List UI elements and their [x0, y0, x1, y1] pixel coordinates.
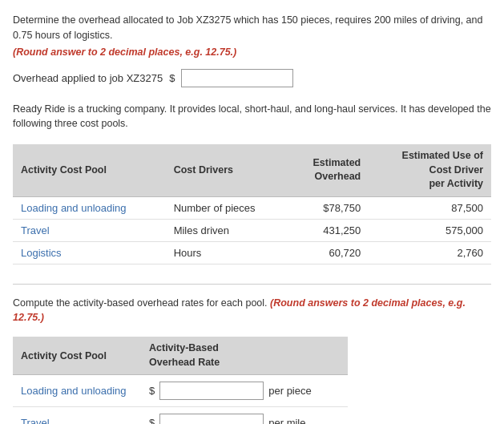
per-label: per piece — [268, 385, 311, 397]
overhead-label: Overhead applied to job XZ3275 — [13, 72, 163, 84]
ab-table: Activity Cost Pool Activity-Based Overhe… — [13, 337, 348, 424]
compute-text: Compute the activity-based overhead rate… — [13, 296, 491, 326]
table-row: Travel Miles driven 431,250 575,000 — [13, 219, 491, 241]
overhead-cell: 60,720 — [288, 241, 369, 264]
driver-cell: Hours — [166, 241, 288, 264]
overhead-cell: $78,750 — [288, 196, 369, 219]
activity-cell: Travel — [13, 219, 166, 241]
ab-table-row: Travel $ per mile — [13, 407, 348, 425]
driver-cell: Number of pieces — [166, 196, 288, 219]
ab-col-header-activity: Activity Cost Pool — [13, 337, 141, 375]
ab-rate-cell: $ per piece — [141, 375, 348, 407]
table-row: Loading and unloading Number of pieces $… — [13, 196, 491, 219]
ab-col-header-rate: Activity-Based Overhead Rate — [141, 337, 348, 375]
est-use-cell: 2,760 — [369, 241, 491, 264]
ab-table-row: Loading and unloading $ per piece — [13, 375, 348, 407]
ab-rate-input[interactable] — [159, 382, 264, 400]
ab-rate-input[interactable] — [159, 414, 264, 424]
overhead-cell: 431,250 — [288, 219, 369, 241]
col-header-est-use: Estimated Use of Cost Driver per Activit… — [369, 144, 491, 196]
dollar-sign-overhead: $ — [169, 72, 175, 84]
ab-rate-cell: $ per mile — [141, 407, 348, 425]
col-header-overhead: Estimated Overhead — [288, 144, 369, 196]
driver-cell: Miles driven — [166, 219, 288, 241]
round-note-1: (Round answer to 2 decimal places, e.g. … — [13, 46, 491, 58]
col-header-activity: Activity Cost Pool — [13, 144, 166, 196]
table-row: Logistics Hours 60,720 2,760 — [13, 241, 491, 264]
divider — [13, 284, 491, 285]
ready-ride-text: Ready Ride is a trucking company. It pro… — [13, 102, 491, 132]
cost-pool-table: Activity Cost Pool Cost Drivers Estimate… — [13, 144, 491, 264]
ab-dollar-sign: $ — [149, 417, 155, 424]
ab-dollar-sign: $ — [149, 385, 155, 397]
intro-text: Determine the overhead allocated to Job … — [13, 13, 491, 43]
per-label: per mile — [268, 417, 305, 424]
activity-cell: Loading and unloading — [13, 196, 166, 219]
overhead-input[interactable] — [181, 69, 293, 87]
col-header-drivers: Cost Drivers — [166, 144, 288, 196]
est-use-cell: 575,000 — [369, 219, 491, 241]
ab-activity-cell: Travel — [13, 407, 141, 425]
activity-cell: Logistics — [13, 241, 166, 264]
est-use-cell: 87,500 — [369, 196, 491, 219]
overhead-applied-row: Overhead applied to job XZ3275 $ — [13, 69, 491, 87]
ab-activity-cell: Loading and unloading — [13, 375, 141, 407]
